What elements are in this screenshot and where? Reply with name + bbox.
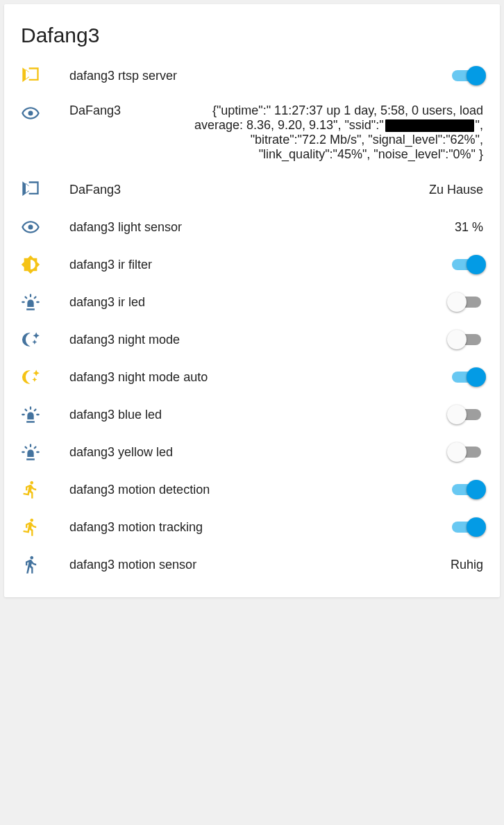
- siren-icon: [21, 292, 51, 312]
- eye-icon: [21, 217, 51, 237]
- entity-label[interactable]: dafang3 motion sensor: [51, 558, 196, 572]
- redacted-ssid: [385, 119, 474, 132]
- eye-icon: [21, 103, 51, 123]
- entity-card: Dafang3 dafang3 rtsp serverDaFang3{"upti…: [4, 4, 500, 597]
- entity-row-dafang3-ir-filter: dafang3 ir filter: [4, 246, 500, 283]
- entity-row-dafang3: DaFang3{"uptime":" 11:27:37 up 1 day, 5:…: [4, 94, 500, 171]
- entity-row-dafang3-motion-sensor: dafang3 motion sensorRuhig: [4, 546, 500, 583]
- moon-icon: [21, 330, 51, 349]
- entity-row-dafang3-rtsp-server: dafang3 rtsp server: [4, 57, 500, 94]
- entity-value: 31 %: [455, 220, 483, 235]
- siren-icon: [21, 405, 51, 424]
- entity-value: {"uptime":" 11:27:37 up 1 day, 5:58, 0 u…: [171, 103, 483, 162]
- toggle-dafang3-motion-detection[interactable]: [450, 481, 483, 498]
- toggle-dafang3-night-mode-auto[interactable]: [450, 369, 483, 385]
- run-icon: [21, 480, 51, 499]
- run-icon: [21, 517, 51, 537]
- toggle-dafang3-ir-filter[interactable]: [450, 256, 483, 273]
- entity-row-dafang3-motion-detection: dafang3 motion detection: [4, 471, 500, 508]
- toggle-dafang3-ir-led[interactable]: [450, 294, 483, 310]
- entity-row-dafang3: DaFang3Zu Hause: [4, 171, 500, 208]
- entity-value: Zu Hause: [429, 183, 483, 197]
- walk-icon: [21, 555, 51, 574]
- moon-icon: [21, 367, 51, 387]
- entity-label[interactable]: dafang3 night mode: [51, 333, 180, 347]
- entity-label[interactable]: dafang3 blue led: [51, 408, 162, 422]
- toggle-dafang3-rtsp-server[interactable]: [450, 67, 483, 84]
- toggle-dafang3-night-mode[interactable]: [450, 331, 483, 348]
- entity-row-dafang3-motion-tracking: dafang3 motion tracking: [4, 508, 500, 546]
- toggle-dafang3-blue-led[interactable]: [450, 406, 483, 423]
- card-title: Dafang3: [4, 11, 500, 57]
- entity-row-dafang3-night-mode-auto: dafang3 night mode auto: [4, 358, 500, 396]
- entity-row-dafang3-yellow-led: dafang3 yellow led: [4, 433, 500, 471]
- entity-label[interactable]: dafang3 light sensor: [51, 220, 182, 235]
- entity-row-dafang3-ir-led: dafang3 ir led: [4, 283, 500, 321]
- entity-row-dafang3-light-sensor: dafang3 light sensor31 %: [4, 208, 500, 246]
- entity-label[interactable]: DaFang3: [51, 103, 121, 118]
- entity-label[interactable]: dafang3 ir filter: [51, 258, 152, 272]
- entity-label[interactable]: dafang3 yellow led: [51, 445, 173, 460]
- camera-icon: [21, 180, 51, 199]
- entity-label[interactable]: dafang3 motion detection: [51, 483, 210, 497]
- entity-label[interactable]: DaFang3: [51, 183, 121, 197]
- entity-label[interactable]: dafang3 ir led: [51, 295, 145, 310]
- entity-value: Ruhig: [451, 558, 483, 572]
- entity-row-dafang3-blue-led: dafang3 blue led: [4, 396, 500, 433]
- entity-label[interactable]: dafang3 rtsp server: [51, 69, 177, 83]
- toggle-dafang3-yellow-led[interactable]: [450, 444, 483, 460]
- entity-row-dafang3-night-mode: dafang3 night mode: [4, 321, 500, 358]
- camera-icon: [21, 66, 51, 85]
- entity-label[interactable]: dafang3 night mode auto: [51, 370, 208, 385]
- toggle-dafang3-motion-tracking[interactable]: [450, 519, 483, 535]
- brightness-icon: [21, 255, 51, 274]
- entity-label[interactable]: dafang3 motion tracking: [51, 520, 203, 535]
- siren-icon: [21, 442, 51, 462]
